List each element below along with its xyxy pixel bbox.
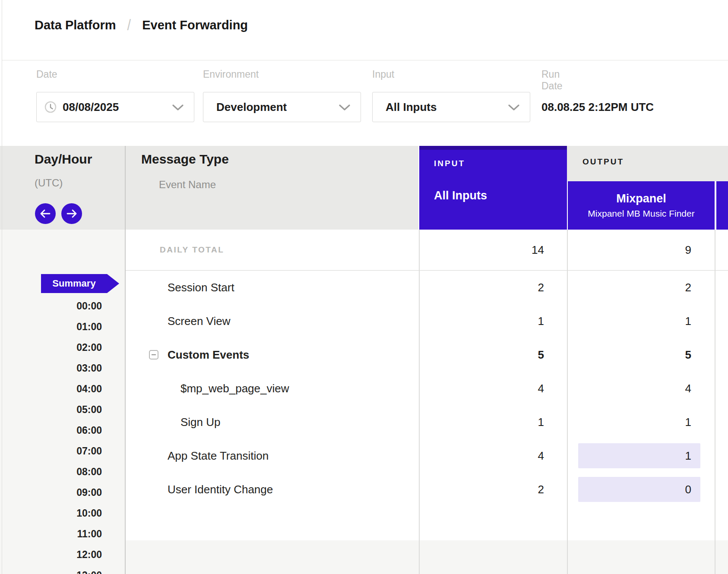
event-name: App State Transition — [168, 439, 269, 473]
day-hour-column-subtitle: (UTC) — [35, 177, 63, 189]
input-column-kicker: INPUT — [434, 159, 465, 168]
table-header: Day/Hour (UTC) Message Type Event Name I… — [0, 146, 728, 230]
table-row-mp-web-page-view: $mp_web_page_view 4 4 — [125, 372, 728, 405]
output-column-kicker: OUTPUT — [582, 157, 624, 167]
output-count: 4 — [685, 372, 691, 405]
highlighted-output-cell: 1 — [578, 443, 700, 468]
input-count: 4 — [538, 372, 544, 405]
input-dropdown[interactable]: All Inputs — [372, 92, 530, 122]
arrow-left-icon — [40, 209, 51, 218]
message-type-column-subtitle: Event Name — [159, 179, 216, 191]
divider-sidebar — [125, 146, 126, 574]
hour-item-05[interactable]: 05:00 — [41, 399, 102, 420]
input-count: 5 — [538, 338, 544, 372]
output-count: 1 — [685, 443, 691, 468]
input-count: 2 — [538, 271, 544, 304]
table-row-custom-events: Custom Events 5 5 — [125, 338, 728, 372]
hour-item-03[interactable]: 03:00 — [41, 358, 102, 378]
next-day-button[interactable] — [61, 203, 82, 224]
day-hour-sidebar: Summary 00:00 01:00 02:00 03:00 04:00 05… — [0, 230, 125, 574]
divider-message-input — [419, 230, 420, 574]
hour-item-09[interactable]: 09:00 — [41, 482, 102, 503]
daily-total-label: DAILY TOTAL — [160, 230, 224, 270]
input-column-header[interactable]: INPUT All Inputs — [418, 146, 567, 230]
day-hour-column-title: Day/Hour — [35, 152, 92, 167]
divider-input-output — [567, 230, 568, 574]
breadcrumb-separator: / — [127, 16, 131, 34]
environment-dropdown[interactable]: Development — [203, 92, 361, 122]
arrow-right-icon — [66, 209, 77, 218]
environment-value: Development — [216, 101, 287, 114]
hour-item-11[interactable]: 11:00 — [41, 524, 102, 544]
table-row-user-identity-change: User Identity Change 2 0 — [125, 473, 728, 506]
page-title: Event Forwarding — [142, 18, 248, 32]
summary-tag[interactable]: Summary — [41, 274, 107, 293]
input-column-header-accent — [419, 146, 567, 150]
daily-total-output-value: 9 — [685, 230, 691, 270]
summary-tag-label: Summary — [52, 278, 95, 289]
hour-item-00[interactable]: 00:00 — [41, 296, 102, 316]
output-column-subtitle: Mixpanel MB Music Finder — [588, 208, 694, 219]
hour-item-07[interactable]: 07:00 — [41, 441, 102, 461]
table-row-session-start: Session Start 2 2 — [125, 271, 728, 304]
event-name: Screen View — [168, 304, 231, 338]
date-value: 08/08/2025 — [63, 101, 119, 114]
output-count: 0 — [685, 477, 691, 502]
message-type-column-title: Message Type — [141, 152, 229, 167]
output-count: 2 — [685, 271, 691, 304]
input-count: 1 — [538, 405, 544, 439]
event-forwarding-page: Data Platform / Event Forwarding Date 08… — [0, 0, 728, 574]
clock-icon — [44, 101, 57, 114]
date-filter-label: Date — [36, 69, 57, 80]
input-filter-label: Input — [372, 69, 394, 80]
environment-filter-label: Environment — [203, 69, 259, 80]
input-count: 4 — [538, 439, 544, 473]
collapse-icon[interactable] — [149, 350, 158, 360]
output-column-partial[interactable] — [715, 181, 728, 230]
run-date-value: 08.08.25 2:12PM UTC — [541, 92, 654, 122]
daily-total-row: DAILY TOTAL 14 9 — [125, 230, 728, 271]
breadcrumb-section[interactable]: Data Platform — [35, 18, 116, 32]
event-name: Sign Up — [180, 405, 221, 439]
page-header: Data Platform / Event Forwarding — [2, 0, 728, 60]
hour-item-04[interactable]: 04:00 — [41, 378, 102, 399]
chevron-down-icon — [172, 104, 184, 111]
run-date-label: Run Date — [541, 69, 563, 92]
event-name: Custom Events — [168, 338, 249, 372]
output-count: 1 — [685, 304, 691, 338]
chevron-down-icon — [508, 104, 519, 111]
app-left-border — [2, 0, 2, 574]
minus-glyph — [152, 354, 156, 355]
daily-total-input-value: 14 — [532, 230, 544, 270]
table-row-sign-up: Sign Up 1 1 — [125, 405, 728, 439]
hour-item-10[interactable]: 10:00 — [41, 503, 102, 524]
hour-item-02[interactable]: 02:00 — [41, 337, 102, 358]
output-column-name: Mixpanel — [616, 192, 666, 205]
event-name: Session Start — [168, 271, 234, 304]
input-column-name: All Inputs — [434, 189, 487, 202]
hour-item-08[interactable]: 08:00 — [41, 461, 102, 482]
chevron-down-icon — [339, 104, 350, 111]
event-rows: Session Start 2 2 Screen View 1 1 Custom… — [125, 271, 728, 506]
table-row-screen-view: Screen View 1 1 — [125, 304, 728, 338]
input-count: 2 — [538, 473, 544, 506]
filter-bar: Date 08/08/2025 Environment Development — [2, 61, 728, 146]
output-count: 5 — [685, 338, 691, 372]
previous-day-button[interactable] — [35, 203, 56, 224]
event-name: User Identity Change — [168, 473, 273, 506]
input-value: All Inputs — [386, 101, 437, 114]
grid-footer-band — [125, 540, 728, 574]
event-name: $mp_web_page_view — [180, 372, 289, 405]
grid-body: DAILY TOTAL 14 9 Session Start 2 2 Scree… — [125, 230, 728, 540]
hour-item-01[interactable]: 01:00 — [41, 316, 102, 337]
date-dropdown[interactable]: 08/08/2025 — [36, 92, 194, 122]
breadcrumb: Data Platform / Event Forwarding — [35, 17, 248, 33]
hour-item-06[interactable]: 06:00 — [41, 420, 102, 441]
hour-item-12[interactable]: 12:00 — [41, 544, 102, 565]
table-row-app-state-transition: App State Transition 4 1 — [125, 439, 728, 473]
output-column-header-mixpanel[interactable]: Mixpanel Mixpanel MB Music Finder — [567, 181, 715, 230]
divider-output-next — [715, 230, 715, 574]
hour-item-13[interactable]: 13:00 — [41, 565, 102, 574]
input-count: 1 — [538, 304, 544, 338]
output-count: 1 — [685, 405, 691, 439]
